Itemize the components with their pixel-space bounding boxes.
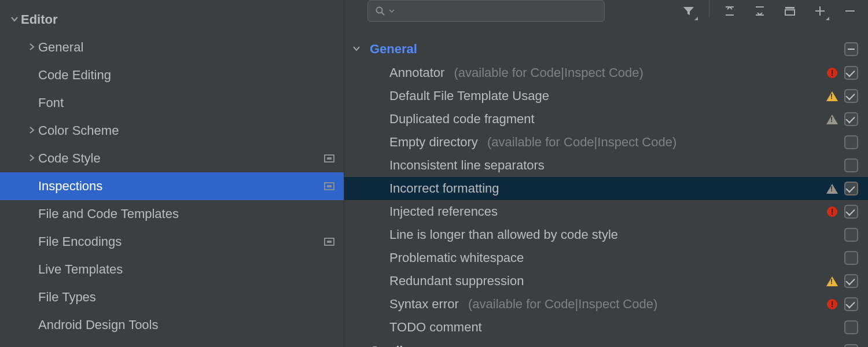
add-button[interactable]	[810, 0, 830, 22]
inspection-checkbox[interactable]	[844, 228, 858, 242]
inspection-row[interactable]: Incorrect formatting	[344, 177, 868, 200]
severity-icon-slot	[822, 91, 843, 101]
search-icon	[375, 6, 385, 16]
sidebar-item-inspections[interactable]: Inspections	[0, 172, 344, 200]
group-checkbox-mixed[interactable]	[844, 344, 858, 347]
inspection-checkbox[interactable]	[844, 274, 858, 288]
sidebar-item-file-and-code-templates[interactable]: File and Code Templates	[0, 200, 344, 228]
inspection-label: Incorrect formatting	[389, 181, 822, 196]
expand-all-button[interactable]	[720, 0, 740, 22]
inspection-label: Empty directory (available for Code|Insp…	[389, 135, 822, 150]
sidebar-item-label: Inspections	[38, 179, 324, 194]
inspection-label: Default File Template Usage	[389, 88, 822, 104]
inspection-row[interactable]: Duplicated code fragment	[344, 108, 868, 131]
remove-button[interactable]	[840, 0, 860, 22]
error-icon	[827, 299, 837, 309]
svg-point-0	[377, 8, 382, 13]
expand-all-icon	[723, 5, 736, 17]
sidebar-item-label: Live Templates	[38, 262, 334, 277]
sidebar-item-label: Code Editing	[38, 68, 334, 83]
sidebar-item-file-types[interactable]: File Types	[0, 283, 344, 311]
severity-icon-slot	[822, 299, 843, 309]
sidebar-item-label: File Types	[38, 290, 334, 305]
sidebar-item-file-encodings[interactable]: File Encodings	[0, 228, 344, 256]
inspection-row[interactable]: Default File Template Usage	[344, 84, 868, 108]
inspection-checkbox[interactable]	[844, 66, 858, 80]
sidebar-item-label: General	[38, 40, 334, 55]
inspections-toolbar	[344, 0, 868, 30]
inspection-checkbox[interactable]	[844, 112, 858, 126]
error-icon	[827, 68, 837, 78]
inspection-row[interactable]: Problematic whitespace	[344, 246, 868, 270]
sidebar-item-live-templates[interactable]: Live Templates	[0, 256, 344, 283]
filter-icon	[682, 5, 695, 17]
inspection-label: Injected references	[389, 204, 822, 219]
collapse-file-button[interactable]	[780, 0, 800, 22]
inspection-row[interactable]: Syntax error (available for Code|Inspect…	[344, 293, 868, 316]
severity-icon-slot	[822, 68, 843, 78]
sidebar-item-label: Code Style	[38, 151, 324, 166]
inspection-row[interactable]: Empty directory (available for Code|Insp…	[344, 131, 868, 154]
sidebar-item-label: Android Design Tools	[38, 318, 334, 333]
group-checkbox-mixed[interactable]	[844, 42, 858, 56]
svg-line-1	[382, 13, 385, 16]
inspection-group-general[interactable]: General	[344, 37, 868, 61]
inspection-row[interactable]: Line is longer than allowed by code styl…	[344, 223, 868, 246]
inspections-panel: General Annotator (available for Code|In…	[344, 0, 868, 347]
minus-icon	[844, 5, 856, 17]
inspection-row[interactable]: Injected references	[344, 200, 868, 223]
inspection-row[interactable]: TODO comment	[344, 316, 868, 339]
plus-icon	[814, 5, 826, 17]
inspection-checkbox[interactable]	[844, 158, 858, 172]
inspection-checkbox[interactable]	[844, 251, 858, 265]
chevron-right-icon	[25, 125, 38, 137]
inspection-label: Annotator (available for Code|Inspect Co…	[389, 65, 822, 80]
collapse-all-button[interactable]	[750, 0, 770, 22]
sidebar-item-code-editing[interactable]: Code Editing	[0, 61, 344, 89]
sidebar-section-editor[interactable]: Editor	[0, 6, 344, 34]
inspection-checkbox[interactable]	[844, 135, 858, 149]
inspection-checkbox[interactable]	[844, 89, 858, 103]
settings-sidebar: Editor GeneralCode EditingFontColor Sche…	[0, 0, 344, 347]
inspection-suffix: (available for Code|Inspect Code)	[484, 135, 676, 149]
sidebar-item-font[interactable]: Font	[0, 89, 344, 117]
inspection-label: Inconsistent line separators	[389, 158, 822, 173]
inspection-suffix: (available for Code|Inspect Code)	[465, 297, 657, 311]
search-input[interactable]	[367, 0, 605, 22]
svg-rect-2	[785, 7, 795, 9]
sidebar-item-label: File and Code Templates	[38, 206, 334, 222]
filter-button[interactable]	[679, 0, 698, 22]
inspection-label: Line is longer than allowed by code styl…	[389, 227, 822, 242]
inspection-checkbox[interactable]	[844, 205, 858, 219]
inspection-label: TODO comment	[389, 320, 822, 335]
error-icon	[827, 206, 837, 217]
weak-warning-icon	[826, 115, 838, 124]
chevron-right-icon	[348, 345, 365, 348]
severity-icon-slot	[822, 206, 843, 217]
inspection-row[interactable]: Annotator (available for Code|Inspect Co…	[344, 61, 868, 84]
inspection-checkbox[interactable]	[844, 182, 858, 195]
sidebar-item-code-style[interactable]: Code Style	[0, 145, 344, 172]
sidebar-item-label: Color Scheme	[38, 123, 334, 138]
sidebar-item-general[interactable]: General	[0, 34, 344, 61]
chevron-right-icon	[25, 42, 38, 54]
sidebar-item-android-design-tools[interactable]: Android Design Tools	[0, 311, 344, 339]
severity-icon-slot	[822, 115, 843, 124]
group-label: Gradle	[370, 344, 843, 347]
scheme-badge-icon	[324, 238, 334, 246]
group-label: General	[370, 42, 843, 57]
svg-rect-3	[785, 10, 795, 15]
inspection-label: Problematic whitespace	[389, 250, 822, 265]
sidebar-item-color-scheme[interactable]: Color Scheme	[0, 117, 344, 145]
sidebar-item-copyright[interactable]: Copyright	[0, 339, 344, 347]
severity-icon-slot	[822, 276, 843, 286]
inspection-group-gradle[interactable]: Gradle	[344, 339, 868, 347]
inspection-checkbox[interactable]	[844, 297, 858, 311]
inspection-checkbox[interactable]	[844, 320, 858, 334]
scheme-badge-icon	[324, 154, 334, 163]
weak-warning-icon	[826, 184, 838, 194]
dropdown-caret-icon	[389, 8, 395, 14]
chevron-down-icon	[348, 43, 365, 56]
inspection-row[interactable]: Inconsistent line separators	[344, 154, 868, 177]
inspection-row[interactable]: Redundant suppression	[344, 270, 868, 293]
